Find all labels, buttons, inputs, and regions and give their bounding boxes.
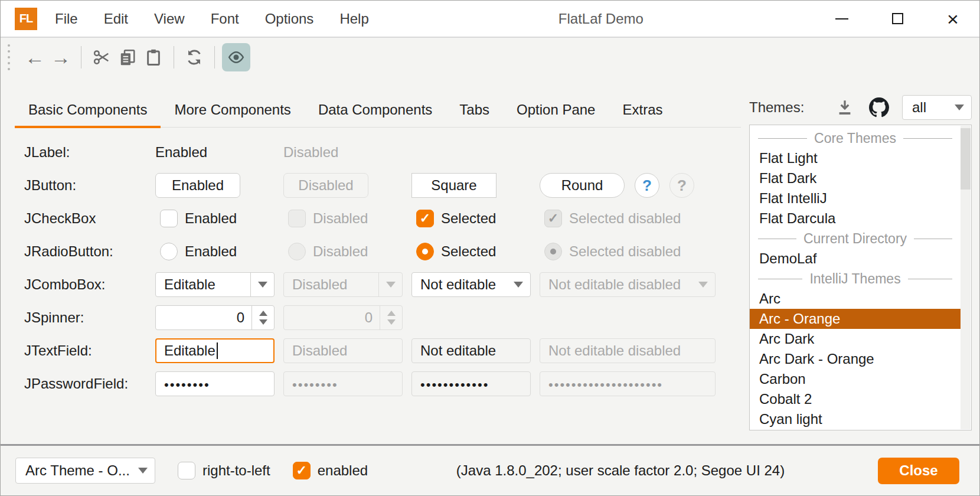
menubar: File Edit View Font Options Help (55, 11, 369, 27)
menu-help[interactable]: Help (339, 11, 368, 27)
theme-item-selected[interactable]: Arc - Orange (750, 309, 961, 329)
passwordfield-not-editable-disabled: •••••••••••••••••••• (540, 371, 716, 396)
forward-button[interactable]: → (48, 43, 74, 71)
theme-item[interactable]: Flat IntelliJ (750, 188, 961, 208)
tabbar: Basic Components More Components Data Co… (15, 92, 741, 128)
passwordfield-not-editable[interactable]: •••••••••••• (411, 371, 531, 396)
checkbox-disabled (288, 210, 306, 227)
spinner-disabled-value: 0 (284, 309, 380, 326)
theme-item[interactable]: Carbon (750, 369, 961, 389)
back-button[interactable]: ← (22, 43, 48, 71)
tab-data-components[interactable]: Data Components (305, 92, 446, 127)
toolbar-grip-handle[interactable] (8, 44, 10, 70)
chevron-down-icon[interactable] (948, 96, 971, 119)
password-dots: •••••••• (164, 375, 210, 393)
checkbox-enabled[interactable] (160, 210, 178, 227)
jspinner-row-label: JSpinner: (15, 309, 155, 326)
copy-icon (119, 48, 136, 66)
cut-button[interactable] (89, 43, 115, 71)
maximize-button[interactable] (888, 10, 906, 28)
jtextfield-row-label: JTextField: (15, 342, 155, 359)
enabled-checkbox[interactable]: ✓ (293, 462, 311, 479)
scrollbar-thumb[interactable] (961, 128, 971, 190)
chevron-down-icon[interactable] (131, 458, 155, 483)
refresh-icon (185, 48, 203, 66)
jbutton-row-label: JButton: (15, 177, 155, 194)
radio-selected[interactable] (416, 243, 434, 260)
tab-tabs[interactable]: Tabs (446, 92, 503, 127)
themes-list-scrollbar[interactable] (961, 126, 971, 429)
themes-label: Themes: (749, 99, 804, 116)
menu-font[interactable]: Font (211, 11, 239, 27)
enabled-button[interactable]: Enabled (155, 173, 240, 198)
jlabel-enabled: Enabled (155, 144, 207, 160)
copy-button[interactable] (115, 43, 141, 71)
theme-item[interactable]: Flat Dark (750, 168, 961, 188)
textfield-not-editable[interactable]: Not editable (411, 338, 531, 363)
tab-option-pane[interactable]: Option Pane (503, 92, 609, 127)
close-button[interactable]: Close (878, 458, 959, 484)
theme-item[interactable]: Cyan light (750, 409, 961, 429)
combobox-editable[interactable]: Editable (155, 272, 275, 297)
minimize-button[interactable] (833, 10, 851, 28)
theme-item[interactable]: Arc Dark (750, 329, 961, 349)
menu-view[interactable]: View (154, 11, 185, 27)
tab-extras[interactable]: Extras (609, 92, 676, 127)
jcombobox-row-label: JComboBox: (15, 276, 155, 293)
spinner-up-down-buttons[interactable] (251, 306, 274, 329)
theme-item[interactable]: Arc (750, 289, 961, 309)
refresh-button[interactable] (181, 43, 207, 71)
help-button[interactable]: ? (635, 173, 659, 198)
paste-icon (145, 48, 162, 66)
combobox-disabled: Disabled (283, 272, 403, 297)
tab-more-components[interactable]: More Components (161, 92, 304, 127)
menu-file[interactable]: File (55, 11, 78, 27)
close-window-button[interactable]: × (944, 10, 962, 28)
jlabel-row-label: JLabel: (15, 144, 155, 161)
spinner-enabled[interactable]: 0 (155, 305, 275, 330)
themes-filter-value: all (912, 99, 948, 116)
menu-options[interactable]: Options (265, 11, 314, 27)
menu-edit[interactable]: Edit (104, 11, 128, 27)
github-icon (869, 97, 889, 118)
radio-enabled[interactable] (160, 243, 178, 260)
toolbar-separator (214, 46, 215, 68)
chevron-down-icon[interactable] (507, 273, 530, 296)
combobox-not-editable-value: Not editable (420, 276, 507, 293)
chevron-down-icon (378, 273, 402, 296)
themes-filter-combobox[interactable]: all (902, 95, 972, 120)
passwordfield-enabled[interactable]: •••••••• (155, 371, 275, 396)
checkbox-disabled-label: Disabled (313, 210, 368, 227)
spinner-value[interactable]: 0 (156, 309, 251, 326)
theme-item[interactable]: DemoLaf (750, 249, 961, 269)
back-icon: ← (25, 46, 45, 69)
radio-disabled-label: Disabled (313, 243, 368, 260)
paste-button[interactable] (141, 43, 166, 71)
checkbox-selected[interactable]: ✓ (416, 210, 434, 227)
jbutton-row: JButton: Enabled Disabled Square Round ?… (15, 169, 742, 202)
theme-select-combobox[interactable]: Arc Theme - O... (15, 458, 155, 484)
textfield-not-editable-disabled: Not editable disabled (540, 338, 716, 363)
download-icon (836, 99, 854, 116)
combobox-editable-value: Editable (164, 276, 250, 293)
right-to-left-checkbox[interactable] (178, 462, 195, 479)
download-themes-button[interactable] (836, 99, 854, 116)
github-link-button[interactable] (869, 97, 889, 118)
chevron-down-icon[interactable] (250, 273, 274, 296)
combobox-not-editable[interactable]: Not editable (411, 272, 531, 297)
theme-item[interactable]: Flat Light (750, 148, 961, 168)
spinner-down-icon (387, 319, 396, 325)
show-details-toggle-button[interactable] (222, 43, 250, 71)
password-dots: •••••••••••• (420, 375, 489, 393)
textfield-disabled: Disabled (283, 338, 403, 363)
theme-item[interactable]: Flat Darcula (750, 208, 961, 229)
tab-basic-components[interactable]: Basic Components (15, 92, 161, 127)
theme-item[interactable]: Arc Dark - Orange (750, 349, 961, 369)
square-button[interactable]: Square (411, 173, 496, 198)
toolbar-separator (174, 46, 174, 68)
round-button[interactable]: Round (540, 173, 625, 198)
forward-icon: → (51, 46, 71, 69)
textfield-editable[interactable]: Editable (155, 338, 275, 363)
theme-item[interactable]: Cobalt 2 (750, 389, 961, 409)
themes-group-header: Core Themes (750, 128, 961, 148)
